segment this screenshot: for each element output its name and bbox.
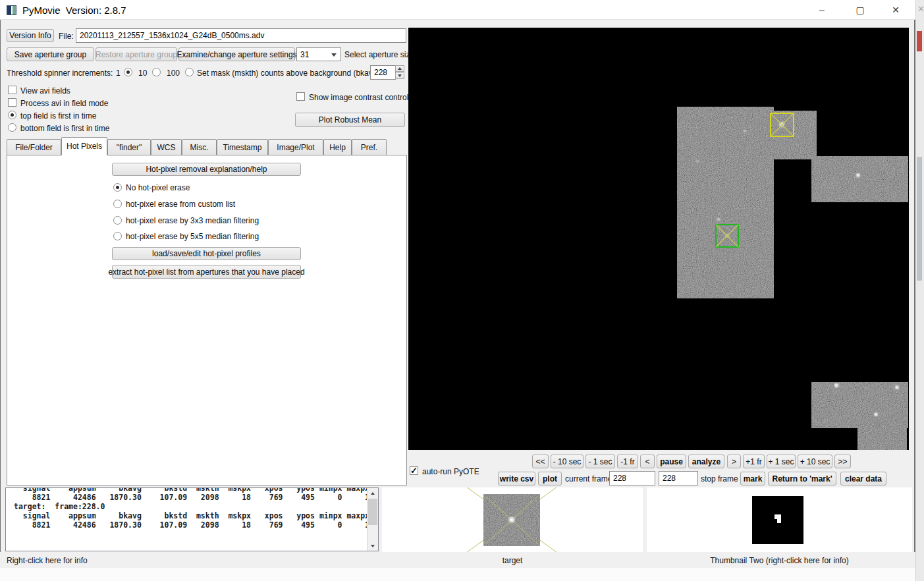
spinner-up-button[interactable] [395,65,404,72]
hot-pixel-3x3-radio[interactable] [113,216,122,225]
stop-frame-label: stop frame [701,474,738,484]
tab-wcs[interactable]: WCS [151,139,182,155]
increment-1-label: 1 [116,69,121,78]
info-console[interactable]: signal appsum bkavg bkstd mskth mskpx xp… [5,487,379,551]
tab-finder[interactable]: "finder" [107,139,151,155]
increment-1-radio[interactable] [124,68,132,76]
mask-threshold-input[interactable] [370,65,396,80]
plot-button[interactable]: plot [538,472,562,485]
show-contrast-checkbox[interactable] [296,92,305,101]
title-bar: PyMovie Version: 2.8.7 – ▢ ✕ [0,0,915,20]
back-1-sec-button[interactable]: - 1 sec [585,455,615,468]
target-thumbnail[interactable] [382,487,643,552]
bottom-field-first-radio[interactable] [8,123,16,132]
version-info-button[interactable]: Version Info [7,29,54,42]
select-aperture-size-label: Select aperture size [344,50,414,59]
jump-start-button[interactable]: << [532,455,549,468]
extract-hot-pixel-button[interactable]: extract hot-pixel list from apertures th… [112,265,301,279]
minimize-button[interactable]: – [809,0,835,19]
increment-10-label: 10 [138,69,147,78]
plot-robust-mean-button[interactable]: Plot Robust Mean [295,113,405,127]
write-csv-button[interactable]: write csv [498,472,535,485]
background-window-strip: ✕ [915,0,924,581]
no-hot-pixel-erase-radio[interactable] [113,183,122,192]
pause-button[interactable]: pause [657,455,686,468]
thumbnail-two-image [647,487,912,552]
hot-pixel-custom-list-radio[interactable] [113,200,122,208]
process-field-mode-checkbox[interactable] [8,98,16,107]
aperture-size-select[interactable]: 31 [296,47,341,61]
target-thumbnail-image [382,487,643,552]
clear-data-button[interactable]: clear data [840,472,886,485]
forward-10-sec-button[interactable]: + 10 sec [798,455,832,468]
examine-aperture-settings-button[interactable]: Examine/change aperture settings [178,47,295,61]
view-avi-fields-checkbox[interactable] [8,86,16,94]
pymovie-screen: PyMovie Version: 2.8.7 – ▢ ✕ Version Inf… [0,0,924,581]
current-frame-input[interactable] [609,471,655,485]
tab-help[interactable]: Help [323,139,352,155]
process-field-mode-label: Process avi in field mode [20,99,108,108]
analyze-button[interactable]: analyze [688,455,724,468]
tab-image-plot[interactable]: Image/Plot [268,139,323,155]
forward-1-frame-button[interactable]: +1 fr [743,455,765,468]
back-10-sec-button[interactable]: - 10 sec [551,455,584,468]
restore-aperture-group-button[interactable]: Restore aperture group [95,47,177,61]
bottom-field-first-label: bottom field is first in time [20,124,109,133]
no-hot-pixel-erase-label: No hot-pixel erase [126,183,190,192]
tab-file-folder[interactable]: File/Folder [7,139,61,155]
console-line: signal appsum bkavg bkstd mskth mskpx xp… [14,511,366,520]
increment-100-radio[interactable] [185,68,194,76]
tab-hot-pixels[interactable]: Hot Pixels [61,137,107,155]
scroll-up-button[interactable] [367,488,378,498]
maximize-icon: ▢ [856,5,864,15]
scroll-up-icon [371,492,375,495]
spin-up-icon [398,67,402,70]
console-scrollbar[interactable] [367,488,378,551]
target-thumbnail-caption: target [382,556,643,565]
save-aperture-group-button[interactable]: Save aperture group [7,47,94,61]
scroll-down-icon [371,545,375,547]
background-close-icon: ✕ [917,4,924,14]
top-field-first-radio[interactable] [8,111,16,119]
hot-pixel-profiles-button[interactable]: load/save/edit hot-pixel profiles [112,247,301,260]
background-scroll-thumb[interactable] [917,157,922,281]
tab-misc[interactable]: Misc. [182,139,217,155]
close-icon: ✕ [892,5,900,15]
console-scroll-thumb[interactable] [368,499,377,525]
aperture-size-value: 31 [300,50,309,59]
jump-end-button[interactable]: >> [834,455,851,468]
close-button[interactable]: ✕ [883,0,909,19]
threshold-increments-label: Threshold spinner increments: [7,69,113,78]
console-line: 8821 42486 1870.30 107.09 2098 18 769 49… [14,520,366,530]
stop-frame-input[interactable] [659,471,698,485]
spinner-down-button[interactable] [395,72,404,79]
status-bar: x=539 y=621 intensity=0 [0,568,915,581]
increment-100-label: 100 [167,69,180,78]
hot-pixel-5x5-radio[interactable] [113,232,122,240]
file-label: File: [59,32,74,41]
mask-threshold-spinner [395,65,404,80]
play-backward-button[interactable]: < [640,455,655,468]
return-to-mark-button[interactable]: Return to 'mark' [768,472,836,485]
tab-pref[interactable]: Pref. [352,139,387,155]
spin-down-icon [398,74,402,77]
console-line: signal appsum bkavg bkstd mskth mskpx xp… [14,487,366,493]
forward-1-sec-button[interactable]: + 1 sec [767,455,796,468]
mark-button[interactable]: mark [740,472,765,485]
play-forward-button[interactable]: > [727,455,741,468]
chevron-down-icon [331,53,337,57]
maximize-button[interactable]: ▢ [847,0,873,19]
back-1-frame-button[interactable]: -1 fr [617,455,638,468]
auto-run-pyote-checkbox[interactable] [410,466,418,475]
minimize-icon: – [819,5,825,15]
file-input[interactable] [76,28,406,43]
thumbnail-two[interactable] [647,487,912,552]
console-line: 8821 42486 1870.30 107.09 2098 18 769 49… [14,493,366,502]
image-view[interactable] [408,28,909,450]
increment-10-radio[interactable] [152,68,161,76]
current-frame-label: current frame [565,474,612,484]
tab-timestamp[interactable]: Timestamp [217,139,268,155]
hot-pixel-help-button[interactable]: Hot-pixel removal explanation/help [112,163,301,176]
scroll-down-button[interactable] [367,541,378,551]
view-avi-fields-label: View avi fields [20,86,70,96]
